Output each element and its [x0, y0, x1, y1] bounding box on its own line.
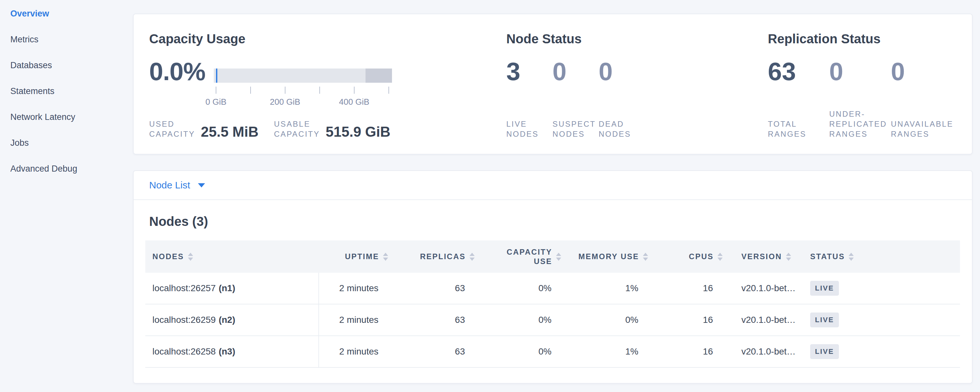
under-replicated-ranges-count: 0: [829, 59, 891, 84]
node-address: localhost:26258: [153, 346, 216, 357]
uptime-cell: 2 minutes: [319, 304, 388, 335]
node-address: localhost:26257: [153, 283, 216, 293]
table-row[interactable]: localhost:26259 (n2) 2 minutes 63 0% 0% …: [145, 304, 960, 336]
used-capacity-stat: USED CAPACITY 25.5 MiB: [149, 119, 259, 139]
sidebar-item-jobs[interactable]: Jobs: [10, 130, 127, 156]
replicas-cell: 63: [388, 273, 475, 304]
column-header-label: STATUS: [810, 252, 845, 261]
live-nodes-count: 3: [506, 59, 552, 84]
used-capacity-label: USED CAPACITY: [149, 119, 195, 139]
node-list-dropdown[interactable]: Node List: [149, 180, 205, 191]
sidebar-item-databases[interactable]: Databases: [10, 53, 127, 78]
node-id: (n3): [219, 346, 235, 357]
sidebar-item-network-latency[interactable]: Network Latency: [10, 104, 127, 130]
column-header-label: CAPACITY USE: [503, 247, 552, 266]
node-id: (n2): [219, 315, 235, 325]
column-header-replicas[interactable]: REPLICAS: [388, 241, 475, 273]
node-status-title: Node Status: [506, 32, 765, 46]
column-header-version[interactable]: VERSION: [723, 241, 803, 273]
unavailable-ranges-count: 0: [891, 59, 972, 84]
version-cell: v20.1.0-bet…: [723, 336, 803, 367]
axis-tick: [354, 87, 355, 94]
nodes-table-header: NODES UPTIME REPLICAS CAPACITY USE MEMOR…: [145, 241, 960, 273]
usable-capacity-value: 515.9 GiB: [326, 125, 391, 139]
column-header-cpus[interactable]: CPUS: [648, 241, 723, 273]
axis-tick-label: 200 GiB: [270, 97, 300, 107]
chevron-down-icon: [198, 183, 205, 187]
capacity-bar-reserved-segment: [366, 69, 392, 83]
usable-capacity-label: USABLE CAPACITY: [274, 119, 320, 139]
column-header-label: REPLICAS: [420, 252, 466, 261]
sidebar-item-overview[interactable]: Overview: [10, 1, 127, 27]
sort-icon: [643, 253, 648, 261]
node-address-cell: localhost:26259 (n2): [145, 304, 319, 335]
sidebar-item-metrics[interactable]: Metrics: [10, 27, 127, 53]
sort-icon: [718, 253, 723, 261]
capacity-use-cell: 0%: [475, 273, 561, 304]
node-address-cell: localhost:26257 (n1): [145, 273, 319, 304]
column-header-capacity-use[interactable]: CAPACITY USE: [475, 241, 561, 273]
sort-icon: [556, 253, 561, 261]
suspect-nodes-count: 0: [552, 59, 599, 84]
axis-tick-label: 0 GiB: [205, 97, 226, 107]
replication-status-title: Replication Status: [768, 32, 972, 46]
version-cell: v20.1.0-bet…: [723, 304, 803, 335]
node-address-cell: localhost:26258 (n3): [145, 336, 319, 367]
total-ranges-count: 63: [768, 59, 829, 84]
nodes-table: NODES UPTIME REPLICAS CAPACITY USE MEMOR…: [145, 241, 960, 368]
dead-nodes-count: 0: [599, 59, 645, 84]
replicas-cell: 63: [388, 336, 475, 367]
replicas-cell: 63: [388, 304, 475, 335]
column-header-memory-use[interactable]: MEMORY USE: [561, 241, 648, 273]
node-status-section: Node Status 3 0 0 LIVE NODES SUSPECT NOD…: [502, 14, 765, 154]
capacity-bar-track: [214, 69, 392, 83]
cpus-cell: 16: [648, 304, 723, 335]
axis-tick-label: 400 GiB: [339, 97, 369, 107]
capacity-use-cell: 0%: [475, 304, 561, 335]
sort-icon: [188, 253, 193, 261]
status-cell: LIVE: [803, 336, 961, 367]
axis-tick: [250, 87, 251, 94]
column-header-label: UPTIME: [345, 252, 379, 261]
sidebar-item-advanced-debug[interactable]: Advanced Debug: [10, 156, 127, 182]
total-ranges-label: TOTAL RANGES: [768, 119, 829, 139]
status-badge: LIVE: [810, 344, 839, 359]
memory-use-cell: 1%: [561, 336, 648, 367]
replication-status-section: Replication Status 63 0 0 TOTAL RANGES U…: [765, 14, 972, 154]
sidebar-item-statements[interactable]: Statements: [10, 78, 127, 104]
sidebar: Overview Metrics Databases Statements Ne…: [10, 1, 127, 182]
column-header-status[interactable]: STATUS: [803, 241, 961, 273]
status-badge: LIVE: [810, 281, 839, 296]
column-header-label: VERSION: [741, 252, 782, 261]
table-row[interactable]: localhost:26258 (n3) 2 minutes 63 0% 1% …: [145, 336, 960, 368]
sort-icon: [849, 253, 854, 261]
suspect-nodes-label: SUSPECT NODES: [552, 119, 599, 139]
cpus-cell: 16: [648, 273, 723, 304]
dead-nodes-label: DEAD NODES: [599, 119, 645, 139]
usable-capacity-stat: USABLE CAPACITY 515.9 GiB: [274, 119, 391, 139]
capacity-bar-chart: 0 GiB 200 GiB 400 GiB: [214, 69, 392, 107]
capacity-bar-axis: 0 GiB 200 GiB 400 GiB: [214, 87, 392, 107]
capacity-usage-title: Capacity Usage: [149, 32, 502, 46]
status-cell: LIVE: [803, 273, 961, 304]
column-header-uptime[interactable]: UPTIME: [319, 241, 388, 273]
uptime-cell: 2 minutes: [319, 273, 388, 304]
column-header-label: MEMORY USE: [578, 252, 639, 261]
used-capacity-value: 25.5 MiB: [201, 125, 259, 139]
capacity-use-cell: 0%: [475, 336, 561, 367]
node-address: localhost:26259: [153, 315, 216, 325]
sort-icon: [383, 253, 388, 261]
node-list-dropdown-label: Node List: [149, 180, 190, 191]
column-header-nodes[interactable]: NODES: [145, 241, 319, 273]
table-row[interactable]: localhost:26257 (n1) 2 minutes 63 0% 1% …: [145, 273, 960, 304]
status-cell: LIVE: [803, 304, 961, 335]
unavailable-ranges-label: UNAVAILABLE RANGES: [891, 119, 972, 139]
column-header-label: NODES: [153, 252, 184, 261]
nodes-table-title: Nodes (3): [149, 214, 972, 229]
cluster-summary-panel: Capacity Usage 0.0% 0 GiB: [133, 14, 972, 155]
capacity-usage-section: Capacity Usage 0.0% 0 GiB: [134, 14, 502, 154]
capacity-used-percent: 0.0%: [149, 59, 205, 107]
axis-tick: [285, 87, 285, 94]
main-content: Capacity Usage 0.0% 0 GiB: [133, 14, 972, 384]
nodes-panel: Node List Nodes (3) NODES UPTIME REPLICA…: [133, 170, 972, 384]
